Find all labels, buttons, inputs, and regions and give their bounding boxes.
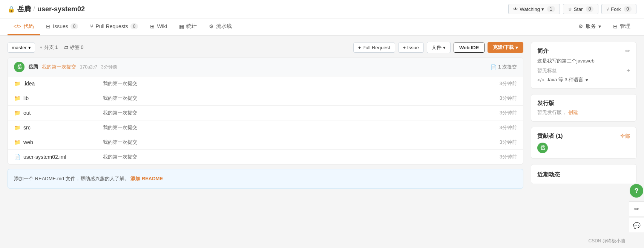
file-name-text: .idea xyxy=(23,81,35,87)
repo-name[interactable]: user-system02 xyxy=(37,5,85,13)
folder-icon: 📁 xyxy=(14,139,20,145)
release-text: 暂无发行版， 创建 xyxy=(537,109,630,116)
services-icon: ⚙ xyxy=(578,23,583,29)
intro-section: 简介 ✏ 这是我写的第二个javaweb 暂无标签 + </> Java 等 3… xyxy=(531,42,636,89)
issue-label: + Issue xyxy=(403,45,419,50)
table-row: 📄 user-system02.iml 我的第一次提交 3分钟前 xyxy=(8,150,523,164)
file-name[interactable]: 📁 lib xyxy=(14,95,97,101)
tab-stats-label: 统计 xyxy=(186,23,197,30)
repo-owner[interactable]: 岳腾 xyxy=(17,5,31,14)
manage-icon: ⊟ xyxy=(613,23,618,29)
tab-stats[interactable]: ▦ 统计 xyxy=(173,18,203,35)
file-time: 3分钟前 xyxy=(494,124,517,131)
tab-services[interactable]: ⚙ 服务 ▾ xyxy=(572,18,607,35)
file-commit-msg: 我的第一次提交 xyxy=(103,124,488,131)
tab-code-label: 代码 xyxy=(23,23,34,30)
tag-count-item: 🏷 标签 0 xyxy=(63,44,84,51)
clone-label: 克隆/下载 xyxy=(493,44,514,51)
pr-icon: ⑂ xyxy=(90,23,93,29)
file-name[interactable]: 📁 src xyxy=(14,125,97,131)
intro-title: 简介 ✏ xyxy=(537,47,630,55)
contrib-all-link[interactable]: 全部 xyxy=(620,133,630,140)
intro-title-text: 简介 xyxy=(537,47,549,55)
file-name-text: user-system02.iml xyxy=(23,154,66,160)
star-count: 0 xyxy=(586,6,594,12)
commit-message[interactable]: 我的第一次提交 xyxy=(42,64,76,70)
pull-request-btn[interactable]: + Pull Request xyxy=(353,43,395,53)
branch-count-item: ⑂ 分支 1 xyxy=(40,44,58,51)
star-button[interactable]: ☆ Star 0 xyxy=(563,4,599,14)
pipeline-icon: ⚙ xyxy=(209,23,214,29)
recent-section: 近期动态 xyxy=(531,164,636,184)
release-section: 发行版 暂无发行版， 创建 xyxy=(531,94,636,122)
tags-row: 暂无标签 + xyxy=(537,67,630,74)
table-row: 📁 web 我的第一次提交 3分钟前 xyxy=(8,135,523,150)
tab-issues[interactable]: ⊟ Issues 0 xyxy=(40,19,84,35)
tab-services-label: 服务 xyxy=(586,23,596,30)
edit-intro-button[interactable]: ✏ xyxy=(625,47,630,55)
star-icon: ☆ xyxy=(568,6,572,12)
langs-label[interactable]: Java 等 3 种语言 xyxy=(547,76,584,83)
pull-request-label: + Pull Request xyxy=(358,45,390,50)
file-name-text: out xyxy=(23,110,31,116)
contrib-section: 贡献者 (1) 全部 岳 xyxy=(531,127,636,159)
tab-wiki-label: Wiki xyxy=(157,23,167,29)
table-row: 📁 .idea 我的第一次提交 3分钟前 xyxy=(8,76,523,91)
issues-icon: ⊟ xyxy=(46,23,51,29)
contrib-avatar-text: 岳 xyxy=(540,145,545,151)
file-time: 3分钟前 xyxy=(494,110,517,116)
tab-pullrequests-label: Pull Requests xyxy=(95,23,128,29)
folder-icon: 📁 xyxy=(14,95,20,101)
webide-btn[interactable]: Web IDE xyxy=(454,43,485,53)
float-sidebar: ? ✏ 💬 xyxy=(629,184,644,195)
file-name[interactable]: 📁 web xyxy=(14,139,97,145)
commit-author: 岳腾 xyxy=(28,64,38,70)
tab-manage[interactable]: ⊟ 管理 xyxy=(607,18,636,35)
watching-count: 1 xyxy=(547,6,555,12)
commit-avatar: 岳 xyxy=(14,62,25,72)
clone-btn[interactable]: 克隆/下载 ▾ xyxy=(488,42,523,53)
branch-dropdown-icon: ▾ xyxy=(28,45,31,50)
file-icon: 📄 xyxy=(14,154,20,160)
contrib-avatar[interactable]: 岳 xyxy=(537,143,548,153)
issues-badge: 0 xyxy=(71,23,78,29)
separator: / xyxy=(33,5,35,13)
tab-pipeline[interactable]: ⚙ 流水线 xyxy=(203,18,238,35)
fork-button[interactable]: ⑂ Fork 0 xyxy=(601,4,636,14)
stats-icon: ▦ xyxy=(179,23,184,29)
branch-selector[interactable]: master ▾ xyxy=(8,43,35,53)
nav-tabs: </> 代码 ⊟ Issues 0 ⑂ Pull Requests 0 ⊞ Wi… xyxy=(0,18,644,36)
code-icon: </> xyxy=(14,23,21,29)
file-btn[interactable]: 文件 ▾ xyxy=(427,42,451,53)
tab-pullrequests[interactable]: ⑂ Pull Requests 0 xyxy=(84,19,144,35)
watching-button[interactable]: 👁 Watching ▾ 1 xyxy=(508,4,560,14)
add-readme-link[interactable]: 添加 README xyxy=(130,176,163,181)
commit-count-text: 1 次提交 xyxy=(498,64,517,70)
langs-row: </> Java 等 3 种语言 ▾ xyxy=(537,76,630,83)
contrib-title: 贡献者 (1) 全部 xyxy=(537,132,630,140)
fork-label: Fork xyxy=(611,6,621,12)
file-name-text: web xyxy=(23,139,33,145)
help-button[interactable]: ? xyxy=(630,184,643,195)
create-release-link[interactable]: 创建 xyxy=(568,110,578,115)
file-name[interactable]: 📁 .idea xyxy=(14,81,97,87)
tab-wiki[interactable]: ⊞ Wiki xyxy=(144,19,173,35)
file-name[interactable]: 📁 out xyxy=(14,110,97,116)
tab-code[interactable]: </> 代码 xyxy=(8,18,40,35)
release-no-text: 暂无发行版， xyxy=(537,110,567,115)
file-dropdown-icon: ▾ xyxy=(443,45,446,50)
tab-manage-label: 管理 xyxy=(620,23,630,30)
clone-dropdown-icon: ▾ xyxy=(515,45,518,50)
commit-time: 3分钟前 xyxy=(101,64,117,70)
tags-label: 暂无标签 xyxy=(537,67,557,74)
pr-badge: 0 xyxy=(130,23,138,29)
file-name[interactable]: 📄 user-system02.iml xyxy=(14,154,97,160)
add-tag-button[interactable]: + xyxy=(627,67,630,74)
webide-label: Web IDE xyxy=(459,45,479,50)
release-title: 发行版 xyxy=(537,100,630,107)
top-header: 🔒 岳腾 / user-system02 👁 Watching ▾ 1 ☆ St… xyxy=(0,0,644,18)
issue-btn[interactable]: + Issue xyxy=(398,43,424,53)
fork-icon: ⑂ xyxy=(606,6,609,12)
tag-icon: 🏷 xyxy=(63,45,68,50)
table-row: 📁 out 我的第一次提交 3分钟前 xyxy=(8,106,523,120)
